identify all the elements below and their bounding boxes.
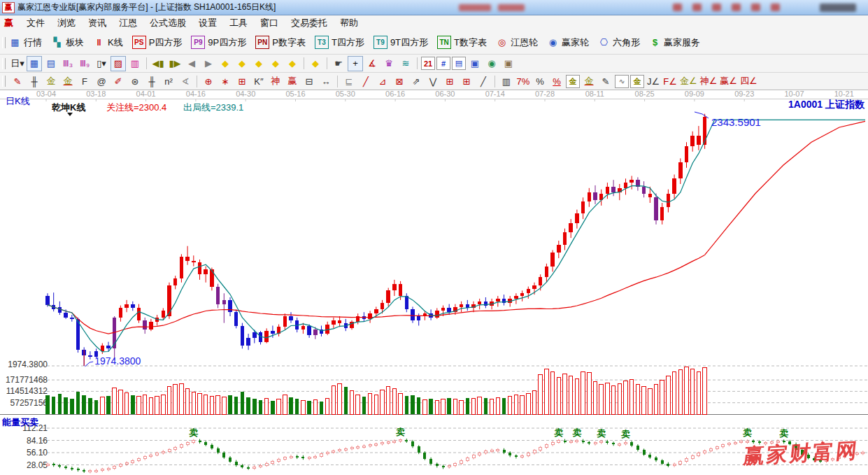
circle-cycle-icon[interactable]: ⊛ <box>127 73 143 89</box>
p-table-button[interactable]: PNP数字表 <box>255 36 306 49</box>
gann-star-icon[interactable]: ∗ <box>218 73 233 89</box>
grid-lines-icon[interactable]: ╫ <box>27 73 42 89</box>
wave-tool-icon[interactable]: ≋ <box>398 56 413 71</box>
zoom-left-diamond-icon[interactable]: ◆ <box>218 56 233 71</box>
nav-prev-icon[interactable]: ◀ <box>184 56 199 71</box>
price-grid2-icon[interactable]: ⊞ <box>459 73 474 89</box>
time-lines-icon[interactable]: ╫ <box>144 73 159 89</box>
slash-lines-icon[interactable]: ╱ <box>476 73 491 89</box>
t-table-button[interactable]: TNT数字表 <box>437 36 487 49</box>
wave-box-icon[interactable]: ∿ <box>615 75 629 88</box>
toolbar-grip[interactable] <box>2 58 6 69</box>
n-square-icon[interactable]: n² <box>161 73 176 89</box>
kline-type-dropdown[interactable]: 乾坤K线 <box>52 101 85 114</box>
menu-item-1[interactable]: 浏览 <box>51 15 82 31</box>
hand-tool-icon[interactable]: ☛ <box>331 56 346 71</box>
calculator-button-icon[interactable]: # <box>436 57 450 70</box>
zoom-star-diamond-icon[interactable]: ◆ <box>285 56 300 71</box>
winner-wheel-button[interactable]: ◉赢家轮 <box>547 36 589 49</box>
gann-grid-icon[interactable]: ⊞ <box>234 73 250 89</box>
pattern-red-icon[interactable]: ▨ <box>111 56 126 71</box>
remote-button-icon[interactable]: ▣ <box>501 56 516 71</box>
chart-area[interactable]: 03-0403-1804-0104-1604-3005-1605-3006-16… <box>0 90 868 475</box>
menu-item-8[interactable]: 交易委托 <box>285 15 334 31</box>
nine-bars-icon[interactable]: Ⅲ₉ <box>77 56 92 71</box>
hexagon-button[interactable]: ⎔六角形 <box>598 36 640 49</box>
seven-percent-icon[interactable]: 7% <box>515 73 531 89</box>
stat-box-icon[interactable]: ▥ <box>499 73 514 89</box>
grid-123-icon[interactable]: ⊟ <box>301 73 317 89</box>
price-grid-icon[interactable]: ⊞ <box>442 73 457 89</box>
gann-wheel-button[interactable]: ◎江恩轮 <box>496 36 538 49</box>
save-button-icon[interactable]: ▣ <box>467 56 483 71</box>
info-panel-icon[interactable]: ▤ <box>43 56 59 71</box>
gold-circle-icon[interactable]: 金 <box>566 75 580 88</box>
gold-ratio-1-icon[interactable]: 金 <box>43 73 59 89</box>
zoom-right-diamond-icon[interactable]: ◆ <box>234 56 250 71</box>
percent-line-icon[interactable]: % <box>549 73 564 89</box>
menu-item-5[interactable]: 设置 <box>192 15 223 31</box>
menu-item-7[interactable]: 窗口 <box>254 15 285 31</box>
draw-chart-pen-icon[interactable]: ✐ <box>111 73 126 89</box>
gold-box-icon[interactable]: 金 <box>630 75 644 88</box>
j-angle-icon[interactable]: J∠ <box>646 73 661 89</box>
f-angle-icon[interactable]: F∠ <box>662 73 678 89</box>
net-stats-button-icon[interactable]: ◉ <box>484 56 499 71</box>
zigzag-tool-icon[interactable]: ⋁ <box>425 73 441 89</box>
p-square-button[interactable]: PSP四方形 <box>132 36 183 49</box>
menu-item-6[interactable]: 工具 <box>223 15 254 31</box>
ying-tool-icon[interactable]: 赢 <box>285 73 300 89</box>
pen-black-icon[interactable]: ✎ <box>598 73 613 89</box>
shen-angle-icon[interactable]: 神∠ <box>699 73 718 89</box>
fibo-grid-icon[interactable]: F <box>77 73 92 89</box>
gold-ratio-2-icon[interactable]: 金 <box>60 73 76 89</box>
nav-last-icon[interactable]: ▮▶ <box>167 56 183 71</box>
toolbar-grip[interactable] <box>2 37 6 48</box>
gann-target-icon[interactable]: ⊕ <box>201 73 216 89</box>
draw-pen-icon[interactable]: ✎ <box>10 73 25 89</box>
crosshair-tool-icon[interactable]: + <box>348 56 363 71</box>
nav-next-icon[interactable]: ▶ <box>201 56 216 71</box>
t-square-button[interactable]: T3T四方形 <box>315 36 364 49</box>
ying-angle-icon[interactable]: 赢∠ <box>719 73 738 89</box>
calendar-button-icon[interactable]: 21 <box>421 57 435 70</box>
menu-item-3[interactable]: 江恩 <box>113 15 143 31</box>
angle-measure-icon[interactable]: ∢ <box>178 73 193 89</box>
menu-item-2[interactable]: 资讯 <box>82 15 113 31</box>
quotes-button[interactable]: ▦行情 <box>9 36 42 49</box>
menu-item-9[interactable]: 帮助 <box>334 15 364 31</box>
zoom-x-diamond-icon[interactable]: ◆ <box>268 56 283 71</box>
shen-tool-icon[interactable]: 神 <box>268 73 283 89</box>
percent-tool-icon[interactable]: % <box>532 73 548 89</box>
report-button-icon[interactable]: ▤ <box>452 57 466 70</box>
menu-item-4[interactable]: 公式选股 <box>143 15 192 31</box>
candle-style-icon[interactable]: ▯▾ <box>94 56 109 71</box>
fan-lines-icon[interactable]: ╱ <box>358 73 373 89</box>
k-quote-icon[interactable]: K″ <box>251 73 266 89</box>
fan-box2-icon[interactable]: ⊠ <box>392 73 407 89</box>
kline-button[interactable]: ‖K线 <box>93 36 123 49</box>
zoom-h-diamond-icon[interactable]: ◆ <box>251 56 266 71</box>
three-bars-icon[interactable]: Ⅲ₃ <box>60 56 76 71</box>
gold-angle-icon[interactable]: 金∠ <box>679 73 698 89</box>
volume-profile-icon[interactable]: ▥ <box>127 56 143 71</box>
toolbar-grip[interactable] <box>2 76 6 87</box>
angle-tool-icon[interactable]: ∡ <box>364 56 380 71</box>
qiankun-toggle-icon[interactable]: ▦ <box>27 56 42 71</box>
box-tool-icon[interactable]: ⊑ <box>341 73 357 89</box>
nav-first-icon[interactable]: ◀▮ <box>150 56 166 71</box>
fan-box-icon[interactable]: ⊿ <box>375 73 390 89</box>
sectors-button[interactable]: ▚板块 <box>51 36 84 49</box>
gann-magic-tool-icon[interactable]: ♛ <box>381 56 397 71</box>
period-selector-icon[interactable]: 日▾ <box>10 56 25 71</box>
winner-service-button[interactable]: $赢家服务 <box>649 36 700 49</box>
width-measure-icon[interactable]: ↔ <box>318 73 334 89</box>
gold-line-icon[interactable]: 金 <box>581 73 597 89</box>
menu-item-0[interactable]: 文件 <box>20 15 51 31</box>
9t-square-button[interactable]: T99T四方形 <box>373 36 428 49</box>
si-angle-icon[interactable]: 四∠ <box>739 73 758 89</box>
zoom-all-diamond-icon[interactable]: ◆ <box>308 56 323 71</box>
trend-arrows-icon[interactable]: ⇗ <box>408 73 424 89</box>
spiral-tool-icon[interactable]: @ <box>94 73 109 89</box>
kline-chart-canvas[interactable]: 03-0403-1804-0104-1604-3005-1605-3006-16… <box>0 90 868 475</box>
